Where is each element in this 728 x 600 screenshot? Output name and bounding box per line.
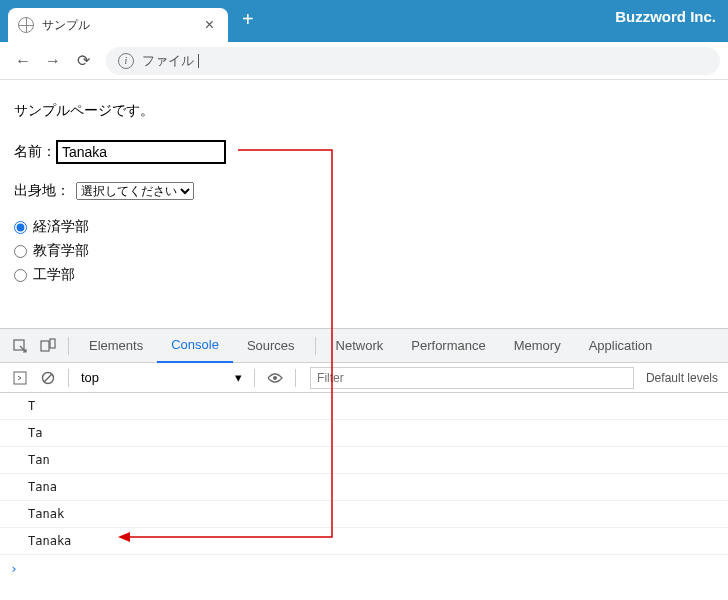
- address-cursor: [198, 54, 199, 68]
- separator: [68, 369, 69, 387]
- page-content: サンプルページです。 名前： 出身地： 選択してください 経済学部 教育学部 工…: [0, 80, 728, 328]
- separator: [254, 369, 255, 387]
- console-log: Tanaka: [0, 528, 728, 555]
- separator: [315, 337, 316, 355]
- console-log: Ta: [0, 420, 728, 447]
- radio-label: 工学部: [33, 266, 75, 284]
- tab-network[interactable]: Network: [322, 329, 398, 363]
- console-sidebar-icon[interactable]: [6, 371, 34, 385]
- levels-selector[interactable]: Default levels: [642, 371, 722, 385]
- name-row: 名前：: [14, 140, 714, 164]
- tab-sources[interactable]: Sources: [233, 329, 309, 363]
- tab-application[interactable]: Application: [575, 329, 667, 363]
- origin-row: 出身地： 選択してください: [14, 182, 714, 200]
- console-log: Tanak: [0, 501, 728, 528]
- name-label: 名前：: [14, 143, 56, 161]
- console-log: T: [0, 393, 728, 420]
- devtools-tabs: Elements Console Sources Network Perform…: [0, 329, 728, 363]
- forward-button[interactable]: →: [38, 46, 68, 76]
- tab-console[interactable]: Console: [157, 329, 233, 363]
- radio-engineering[interactable]: 工学部: [14, 266, 714, 284]
- console-output: T Ta Tan Tana Tanak Tanaka ›: [0, 393, 728, 582]
- browser-toolbar: ← → ⟳ i ファイル: [0, 42, 728, 80]
- back-button[interactable]: ←: [8, 46, 38, 76]
- brand-label: Buzzword Inc.: [603, 8, 728, 25]
- inspect-icon[interactable]: [6, 338, 34, 354]
- filter-input[interactable]: [310, 367, 634, 389]
- reload-button[interactable]: ⟳: [68, 46, 98, 76]
- close-icon[interactable]: ×: [201, 16, 218, 34]
- radio-label: 教育学部: [33, 242, 89, 260]
- globe-icon: [18, 17, 34, 33]
- console-toolbar: top ▾ Default levels: [0, 363, 728, 393]
- radio-label: 経済学部: [33, 218, 89, 236]
- console-log: Tana: [0, 474, 728, 501]
- clear-console-icon[interactable]: [34, 371, 62, 385]
- svg-rect-3: [14, 372, 26, 384]
- new-tab-button[interactable]: +: [228, 8, 268, 31]
- separator: [295, 369, 296, 387]
- console-prompt[interactable]: ›: [0, 555, 728, 582]
- radio-input-education[interactable]: [14, 245, 27, 258]
- tab-memory[interactable]: Memory: [500, 329, 575, 363]
- console-log: Tan: [0, 447, 728, 474]
- tab-title: サンプル: [42, 17, 201, 34]
- svg-rect-1: [41, 341, 49, 351]
- svg-point-6: [273, 376, 277, 380]
- browser-titlebar: サンプル × + Buzzword Inc.: [0, 0, 728, 42]
- svg-rect-2: [50, 339, 55, 348]
- device-icon[interactable]: [34, 338, 62, 354]
- browser-tab[interactable]: サンプル ×: [8, 8, 228, 42]
- radio-economics[interactable]: 経済学部: [14, 218, 714, 236]
- name-input[interactable]: [56, 140, 226, 164]
- eye-icon[interactable]: [261, 372, 289, 384]
- address-bar[interactable]: i ファイル: [106, 47, 720, 75]
- context-selector[interactable]: top ▾: [75, 370, 248, 385]
- address-text: ファイル: [142, 52, 194, 70]
- radio-education[interactable]: 教育学部: [14, 242, 714, 260]
- origin-label: 出身地：: [14, 182, 70, 200]
- radio-input-engineering[interactable]: [14, 269, 27, 282]
- chevron-down-icon: ▾: [235, 370, 242, 385]
- context-value: top: [81, 370, 99, 385]
- page-intro: サンプルページです。: [14, 102, 714, 120]
- devtools-panel: Elements Console Sources Network Perform…: [0, 328, 728, 582]
- tab-elements[interactable]: Elements: [75, 329, 157, 363]
- tab-performance[interactable]: Performance: [397, 329, 499, 363]
- svg-line-5: [44, 374, 52, 382]
- info-icon: i: [118, 53, 134, 69]
- separator: [68, 337, 69, 355]
- radio-input-economics[interactable]: [14, 221, 27, 234]
- origin-select[interactable]: 選択してください: [76, 182, 194, 200]
